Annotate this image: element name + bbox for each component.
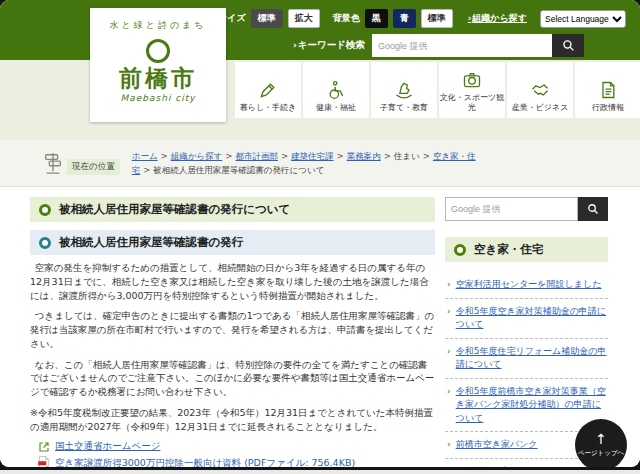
pdf-link-row: 空き家譲渡所得3000万円控除一般向け資料 (PDFファイル: 756.4KB) xyxy=(38,456,435,467)
breadcrumb-item-sumai: 住まい xyxy=(394,151,420,161)
bg-blue-button[interactable]: 青 xyxy=(393,9,416,28)
content-area: 被相続人居住用家屋等確認書の発行について 被相続人居住用家屋等確認書の発行 空家… xyxy=(0,187,640,467)
arrow-marker-icon: › xyxy=(293,39,297,50)
keyword-search-row: ›キーワード検索 xyxy=(293,34,584,57)
sidebar-link-item[interactable]: ›空家利活用センターを開設しました xyxy=(445,272,608,299)
note-paragraph: ※令和5年度税制改正要望の結果、2023年（令和5年）12月31日までとされてい… xyxy=(30,406,435,434)
header-search-box xyxy=(372,34,584,57)
language-select[interactable]: Select Language xyxy=(540,10,626,28)
keyword-search-label: ›キーワード検索 xyxy=(293,39,365,52)
header-search-input[interactable] xyxy=(372,34,552,57)
header-search-button[interactable] xyxy=(552,34,584,57)
bg-standard-button[interactable]: 標準 xyxy=(421,9,453,28)
handshake-icon xyxy=(530,80,550,100)
chevron-right-icon: › xyxy=(447,278,451,292)
site-tagline: 水と緑と詩のまち xyxy=(90,19,226,32)
sidebar-heading-title: 空き家・住宅 xyxy=(474,242,543,257)
green-circle-icon xyxy=(454,244,466,256)
pdf-document-link[interactable]: 空き家譲渡所得3000万円控除一般向け資料 (PDFファイル: 756.4KB) xyxy=(55,457,355,467)
sidebar-search-box xyxy=(445,197,608,221)
sidebar-search-button[interactable] xyxy=(578,197,608,221)
external-link-icon xyxy=(38,441,50,453)
green-circle-icon xyxy=(39,204,51,216)
nav-label: 産業・ビジネス xyxy=(512,103,569,113)
chevron-right-icon: › xyxy=(447,438,451,452)
nav-cards: 暮らし・手続き 健康・福祉 子育て・教育 文化・スポーツ観光 xyxy=(235,62,640,118)
pdf-icon xyxy=(38,456,50,467)
arrow-up-icon: ↑ xyxy=(595,432,607,446)
breadcrumb-link-home[interactable]: ホーム xyxy=(132,151,158,161)
nav-label: 子育て・教育 xyxy=(380,103,428,113)
site-name: 前橋市 xyxy=(90,66,226,91)
mlit-homepage-link[interactable]: 国土交通省ホームページ xyxy=(55,440,160,453)
chevron-right-icon: › xyxy=(447,385,451,426)
sidebar-search-input[interactable] xyxy=(445,197,578,221)
paragraph: 空家の発生を抑制するための措置として、相続開始の日から3年を経過する日の属する年… xyxy=(30,261,435,302)
breadcrumb-link-toshikeikaku[interactable]: 都市計画部 xyxy=(235,151,278,161)
org-search-link[interactable]: ›組織から探す xyxy=(468,12,527,25)
search-icon xyxy=(562,39,575,52)
nav-label: 行政情報 xyxy=(592,103,624,113)
section-heading-hakkou: 被相続人居住用家屋等確認書の発行 xyxy=(30,230,435,255)
search-icon xyxy=(587,203,599,215)
nav-item-kosodate[interactable]: 子育て・教育 xyxy=(371,62,437,118)
nav-label: 健康・福祉 xyxy=(316,103,356,113)
breadcrumb-current: 被相続人居住用家屋等確認書の発行について xyxy=(153,165,324,175)
font-large-button[interactable]: 拡大 xyxy=(288,9,320,28)
utility-bar: 文字サイズ 標準 拡大 背景色 黒 青 標準 ›組織から探す Select La… xyxy=(200,9,626,28)
nav-item-bunka[interactable]: 文化・スポーツ観光 xyxy=(439,62,505,118)
sidebar-link-item[interactable]: ›令和5年度住宅リフォーム補助金の申請について xyxy=(445,339,608,379)
nav-item-gyosei[interactable]: 行政情報 xyxy=(575,62,640,118)
paragraph: つきましては、確定申告のときに提出する書類の1つである「相続人居住用家屋等確認書… xyxy=(30,309,435,350)
bg-black-button[interactable]: 黒 xyxy=(365,9,388,28)
teal-circle-icon xyxy=(39,237,51,249)
page-top-button[interactable]: ↑ ページトップへ xyxy=(575,419,627,467)
sidebar-heading: 空き家・住宅 xyxy=(445,237,608,262)
breadcrumb-link-gyomu[interactable]: 業務案内 xyxy=(347,151,381,161)
main-column: 被相続人居住用家屋等確認書の発行について 被相続人居住用家屋等確認書の発行 空家… xyxy=(30,197,435,467)
document-icon xyxy=(598,80,618,100)
chevron-right-icon: › xyxy=(447,465,451,468)
pen-icon xyxy=(258,80,278,100)
current-location: 現在の位置 xyxy=(42,149,120,175)
breadcrumb-link-org[interactable]: 組織から探す xyxy=(171,151,223,161)
sidebar-link-item[interactable]: ›令和5年度空き家対策補助金の申請について xyxy=(445,299,608,339)
external-link-row: 国土交通省ホームページ xyxy=(38,440,435,453)
chevron-right-icon: › xyxy=(447,345,451,372)
breadcrumb: ホーム>組織から探す>都市計画部>建築住宅課>業務案内>住まい>空き家・住宅>被… xyxy=(132,149,477,186)
page-title-bar: 被相続人居住用家屋等確認書の発行について xyxy=(30,197,435,222)
site-logo[interactable]: 水と緑と詩のまち 前橋市 Maebashi city xyxy=(90,8,226,122)
arrow-marker-icon: › xyxy=(468,13,472,23)
breadcrumb-band: 現在の位置 ホーム>組織から探す>都市計画部>建築住宅課>業務案内>住まい>空き… xyxy=(0,140,640,187)
current-location-label: 現在の位置 xyxy=(67,159,120,175)
wheelchair-icon xyxy=(326,80,346,100)
section-title: 被相続人居住用家屋等確認書の発行 xyxy=(59,235,243,250)
page-title: 被相続人居住用家屋等確認書の発行について xyxy=(59,202,290,217)
signpost-icon xyxy=(42,151,64,175)
browser-page: 水と緑と詩のまち 前橋市 Maebashi city 文字サイズ 標準 拡大 背… xyxy=(0,0,640,467)
breadcrumb-link-kenchiku[interactable]: 建築住宅課 xyxy=(291,151,334,161)
font-standard-button[interactable]: 標準 xyxy=(251,9,283,28)
logo-circle-icon xyxy=(146,39,170,63)
paragraph: なお、この「相続人居住用家屋等確認書」は、特別控除の要件の全てを満たすことの確認… xyxy=(30,358,435,399)
nav-item-sangyo[interactable]: 産業・ビジネス xyxy=(507,62,573,118)
site-header: 水と緑と詩のまち 前橋市 Maebashi city 文字サイズ 標準 拡大 背… xyxy=(0,0,640,60)
page-top-label: ページトップへ xyxy=(578,449,624,458)
nav-label: 暮らし・手続き xyxy=(240,103,297,113)
chevron-right-icon: › xyxy=(447,305,451,332)
bg-color-label: 背景色 xyxy=(333,12,360,25)
nav-item-kurashi[interactable]: 暮らし・手続き xyxy=(235,62,301,118)
site-name-en: Maebashi city xyxy=(90,93,226,103)
camera-icon xyxy=(462,70,482,90)
rocking-horse-icon xyxy=(394,80,414,100)
nav-label: 文化・スポーツ観光 xyxy=(439,93,505,113)
nav-item-kenko[interactable]: 健康・福祉 xyxy=(303,62,369,118)
